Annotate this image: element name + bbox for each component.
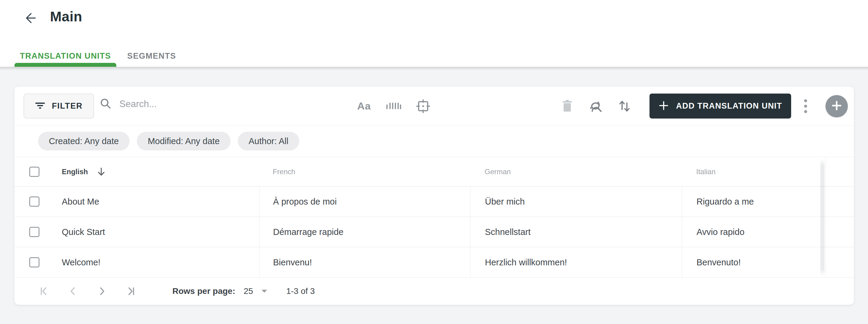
filter-button[interactable]: FILTER — [24, 94, 94, 118]
search-input[interactable] — [119, 99, 312, 109]
content-area: FILTER Aa — [0, 67, 868, 324]
plus-in-circle-icon — [831, 100, 842, 112]
tab-translation-units[interactable]: TRANSLATION UNITS — [14, 45, 116, 67]
column-header-german[interactable]: German — [485, 168, 511, 176]
add-translation-unit-button[interactable]: ADD TRANSLATION UNIT — [650, 94, 791, 118]
rows-per-page-value[interactable]: 25 — [244, 286, 253, 296]
next-page-icon[interactable] — [96, 285, 108, 297]
table-row[interactable]: About Me À propos de moi Über mich Rigua… — [14, 186, 854, 217]
column-header-french[interactable]: French — [273, 168, 296, 176]
first-page-icon[interactable] — [38, 285, 50, 297]
cell-german: Über mich — [485, 197, 525, 207]
table-row[interactable]: Welcome! Bienvenu! Herzlich willkommen! … — [14, 247, 854, 278]
cell-french: À propos de moi — [273, 197, 337, 207]
table-footer: Rows per page: 25 1-3 of 3 — [14, 278, 854, 304]
tab-segments[interactable]: SEGMENTS — [122, 45, 181, 67]
chip-author[interactable]: Author: All — [238, 132, 299, 150]
table-scrollbar[interactable] — [820, 159, 825, 276]
row-checkbox[interactable] — [29, 257, 39, 267]
tabbar-shadow-divider — [0, 67, 868, 70]
cell-italian: Avvio rapido — [696, 227, 744, 237]
quick-add-button[interactable] — [826, 95, 848, 117]
previous-page-icon[interactable] — [67, 285, 79, 297]
row-checkbox[interactable] — [29, 227, 39, 237]
active-tab-indicator — [14, 63, 116, 67]
sort-descending-icon[interactable] — [97, 167, 105, 177]
whole-word-icon[interactable] — [383, 87, 404, 125]
cell-french: Bienvenu! — [273, 257, 312, 267]
select-all-checkbox[interactable] — [29, 167, 39, 177]
cell-english: Quick Start — [62, 227, 105, 237]
chip-created[interactable]: Created: Any date — [38, 132, 130, 150]
match-case-icon[interactable]: Aa — [353, 87, 375, 125]
cell-english: Welcome! — [62, 257, 100, 267]
page-title: Main — [50, 8, 82, 25]
chip-modified[interactable]: Modified: Any date — [137, 132, 230, 150]
table-toolbar: FILTER Aa — [14, 87, 854, 125]
delete-icon[interactable] — [556, 87, 578, 125]
row-checkbox[interactable] — [29, 196, 39, 207]
find-replace-icon[interactable] — [585, 87, 607, 125]
top-bar: Main TRANSLATION UNITS SEGMENTS — [0, 0, 868, 67]
pagination-range-label: 1-3 of 3 — [286, 286, 315, 296]
cell-german: Schnellstart — [485, 227, 531, 237]
back-button[interactable] — [20, 9, 39, 28]
rows-per-page-caret-icon[interactable] — [261, 289, 268, 293]
last-page-icon[interactable] — [125, 285, 137, 297]
cell-italian: Riguardo a me — [696, 197, 754, 207]
exact-match-icon[interactable] — [412, 87, 434, 125]
filter-chips-row: Created: Any date Modified: Any date Aut… — [14, 125, 854, 157]
cell-german: Herzlich willkommen! — [485, 257, 567, 267]
cell-french: Démarrage rapide — [273, 227, 344, 237]
rows-per-page-label: Rows per page: — [173, 286, 235, 296]
tab-bar: TRANSLATION UNITS SEGMENTS — [14, 45, 187, 67]
filter-icon — [35, 101, 45, 111]
column-header-italian[interactable]: Italian — [696, 168, 715, 176]
more-options-icon[interactable] — [797, 87, 814, 125]
table-row[interactable]: Quick Start Démarrage rapide Schnellstar… — [14, 217, 854, 247]
translation-units-card: FILTER Aa — [14, 87, 854, 305]
plus-icon — [658, 101, 669, 112]
table-header-row: English French German Italian — [14, 157, 854, 186]
cell-italian: Benvenuto! — [696, 257, 741, 267]
add-button-label: ADD TRANSLATION UNIT — [676, 101, 782, 111]
cell-english: About Me — [62, 197, 99, 207]
search-box — [99, 98, 312, 111]
column-header-english[interactable]: English — [62, 168, 88, 176]
pagination-controls — [38, 285, 137, 297]
search-icon — [99, 98, 112, 111]
sort-icon[interactable] — [614, 87, 635, 125]
arrow-left-icon — [23, 11, 36, 26]
filter-button-label: FILTER — [52, 101, 83, 111]
